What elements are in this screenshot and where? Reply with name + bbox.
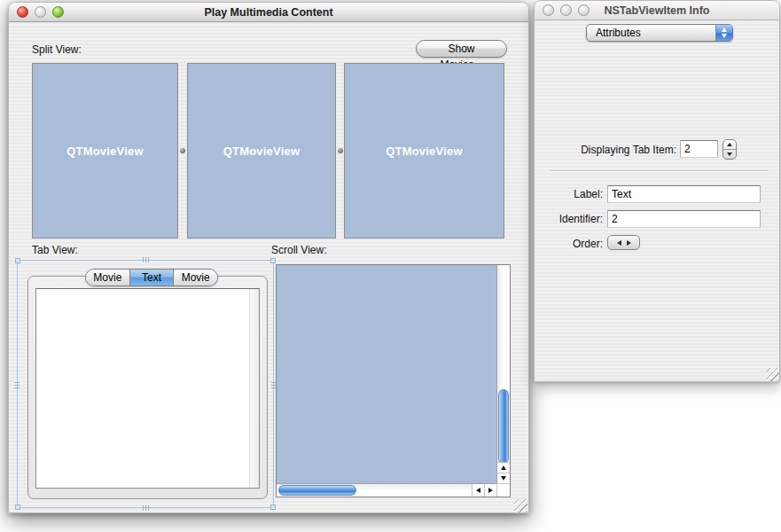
split-view-label: Split View: <box>32 43 82 56</box>
tab-item-stepper <box>722 139 737 160</box>
scroll-right-button[interactable] <box>484 484 496 497</box>
scroll-view-label: Scroll View: <box>271 244 326 256</box>
label-field[interactable] <box>607 185 761 203</box>
qtmovieview-pane-label: QTMovieView <box>33 64 177 238</box>
text-view-scrollbar[interactable] <box>249 289 259 488</box>
displaying-tab-item-field[interactable] <box>680 140 718 158</box>
splitter-dimple-icon <box>180 148 185 153</box>
tab-text[interactable]: Text <box>130 270 175 286</box>
stepper-up-button[interactable] <box>723 140 736 150</box>
horizontal-scrollbar[interactable] <box>277 483 496 497</box>
selection-handle[interactable] <box>143 505 151 511</box>
order-label: Order: <box>540 238 603 250</box>
selection-handle[interactable] <box>270 505 276 510</box>
selection-handle[interactable] <box>270 258 276 263</box>
scroll-down-button[interactable] <box>497 473 510 483</box>
attributes-popup-value: Attributes <box>596 25 641 41</box>
scroll-left-button[interactable] <box>472 484 484 497</box>
selection-handle[interactable] <box>143 257 151 262</box>
qtmovieview-pane[interactable]: QTMovieView <box>32 63 178 239</box>
scroll-up-button[interactable] <box>497 462 510 473</box>
scroll-view <box>276 264 511 497</box>
minimize-button[interactable] <box>560 4 572 16</box>
arrow-right-icon <box>488 488 493 493</box>
close-button[interactable] <box>543 4 554 16</box>
text-view[interactable] <box>35 288 260 489</box>
vertical-scrollbar[interactable] <box>496 265 510 483</box>
stepper-down-button[interactable] <box>723 150 736 159</box>
close-button[interactable] <box>17 6 28 18</box>
document-window: Play Multimedia Content Split View: Show… <box>8 2 529 513</box>
separator <box>551 170 769 172</box>
identifier-field-label: Identifier: <box>540 213 603 225</box>
inspector-title-bar[interactable]: NSTabViewItem Info <box>535 1 779 20</box>
qtmovieview-pane-label: QTMovieView <box>188 64 335 238</box>
arrow-down-icon <box>501 476 506 481</box>
splitter-handle[interactable] <box>336 63 344 239</box>
attributes-popup[interactable]: Attributes <box>586 24 733 42</box>
resize-grip[interactable] <box>514 499 527 512</box>
minimize-button[interactable] <box>35 6 46 18</box>
scroll-view-content[interactable] <box>277 265 496 483</box>
qtmovieview-pane[interactable]: QTMovieView <box>344 63 504 239</box>
selection-handle[interactable] <box>15 258 20 263</box>
tab-strip: Movie Text Movie <box>85 269 218 286</box>
inspector-window: NSTabViewItem Info Attributes Displaying… <box>534 0 780 382</box>
splitter-handle[interactable] <box>178 63 187 239</box>
order-forward-button[interactable] <box>627 240 631 246</box>
identifier-field[interactable] <box>607 210 761 228</box>
tab-movie-2[interactable]: Movie <box>174 270 217 286</box>
arrow-left-icon <box>476 488 480 493</box>
order-back-button[interactable] <box>617 240 621 246</box>
window-title: Play Multimedia Content <box>62 3 475 22</box>
qtmovieview-pane[interactable]: QTMovieView <box>187 63 336 239</box>
popup-arrows-icon <box>715 25 732 41</box>
selection-handle[interactable] <box>15 505 20 510</box>
splitter-dimple-icon <box>338 148 343 153</box>
tab-view-label: Tab View: <box>32 244 78 256</box>
show-movies-button[interactable]: Show Movies... <box>416 40 507 58</box>
label-field-label: Label: <box>540 188 603 200</box>
title-bar[interactable]: Play Multimedia Content <box>9 3 528 22</box>
inspector-resize-grip[interactable] <box>766 368 779 381</box>
scrollbar-corner <box>496 483 510 497</box>
horizontal-scroll-thumb[interactable] <box>278 485 356 496</box>
stepper-down-icon <box>727 153 732 156</box>
displaying-tab-item-label: Displaying Tab Item: <box>552 144 676 156</box>
arrow-up-icon <box>501 466 506 470</box>
stepper-up-icon <box>727 143 732 146</box>
order-control <box>607 235 640 250</box>
vertical-scroll-thumb[interactable] <box>498 389 509 464</box>
selection-handle[interactable] <box>14 380 20 388</box>
inspector-window-title: NSTabViewItem Info <box>588 1 726 20</box>
tab-movie-1[interactable]: Movie <box>86 270 130 286</box>
qtmovieview-pane-label: QTMovieView <box>345 64 504 238</box>
